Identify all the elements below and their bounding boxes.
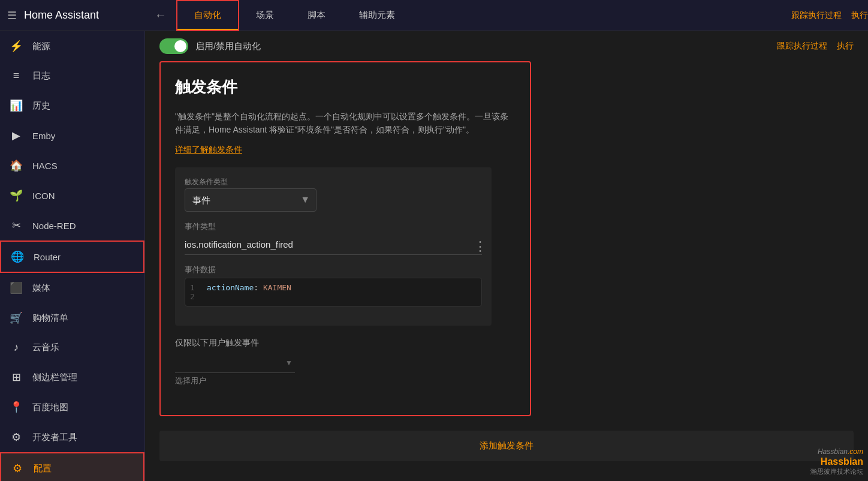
trigger-inner-card: 触发条件类型 事件 设备 状态 ▼ 事件类型 i bbox=[175, 167, 492, 326]
sidebar-label-devtools: 开发者工具 bbox=[32, 432, 77, 443]
trigger-title: 触发条件 bbox=[175, 77, 516, 98]
sidebar-label-history: 历史 bbox=[32, 100, 50, 112]
router-icon: 🌐 bbox=[11, 250, 24, 263]
tab-automation[interactable]: 自动化 bbox=[176, 0, 239, 31]
sidebar-item-sidebar-mgmt[interactable]: ⊞ 侧边栏管理 bbox=[0, 362, 144, 392]
sidebar-item-energy[interactable]: ⚡ 能源 bbox=[0, 31, 144, 61]
event-type-value[interactable]: ios.notification_action_fired bbox=[185, 235, 482, 255]
hamburger-icon[interactable]: ☰ bbox=[7, 9, 17, 22]
emby-icon: ▶ bbox=[10, 129, 23, 142]
track-execution-button[interactable]: 跟踪执行过程 bbox=[791, 10, 842, 21]
media-icon: ⬛ bbox=[10, 281, 23, 294]
sidebar-item-hacs[interactable]: 🏠 HACS bbox=[0, 151, 144, 181]
topbar-actions: 跟踪执行过程 执行 bbox=[791, 10, 868, 21]
trigger-description: "触发条件"是整个自动化流程的起点。一个自动化规则中可以设置多个触发条件。一旦该… bbox=[175, 110, 516, 137]
event-data-section: 事件数据 1 actionName: KAIMEN 2 bbox=[185, 264, 482, 306]
sidebar-item-node-red[interactable]: ✂ Node-RED bbox=[0, 211, 144, 240]
sidebar-item-emby[interactable]: ▶ Emby bbox=[0, 121, 144, 151]
user-placeholder: 选择用户 bbox=[175, 375, 516, 386]
log-icon: ≡ bbox=[10, 70, 23, 82]
code-content-2 bbox=[207, 292, 212, 301]
top-nav-left: ☰ Home Assistant bbox=[0, 9, 145, 22]
trigger-type-select-wrapper: 事件 设备 状态 ▼ bbox=[185, 188, 317, 212]
icon-icon: 🌱 bbox=[10, 189, 23, 202]
code-line-2: 2 bbox=[190, 292, 477, 301]
sidebar-label-shopping: 购物清单 bbox=[32, 312, 68, 324]
event-data-editor[interactable]: 1 actionName: KAIMEN 2 bbox=[185, 278, 482, 306]
line-number-2: 2 bbox=[190, 292, 200, 301]
sidebar-label-media: 媒体 bbox=[32, 282, 50, 294]
sidebar-item-shopping[interactable]: 🛒 购物清单 bbox=[0, 303, 144, 333]
config-icon: ⚙ bbox=[11, 462, 24, 475]
user-section: 仅限以下用户触发事件 ▼ 选择用户 bbox=[175, 338, 516, 386]
toggle-label: 启用/禁用自动化 bbox=[195, 41, 261, 52]
topbar-action-buttons: 跟踪执行过程 执行 bbox=[777, 41, 854, 52]
exec-button[interactable]: 执行 bbox=[837, 41, 854, 52]
event-type-section: 事件类型 ios.notification_action_fired bbox=[185, 221, 482, 255]
energy-icon: ⚡ bbox=[10, 40, 23, 53]
add-trigger-button[interactable]: 添加触发条件 bbox=[159, 431, 854, 461]
nav-tabs: 自动化 场景 脚本 辅助元素 bbox=[176, 0, 412, 31]
sidebar-label-emby: Emby bbox=[32, 131, 55, 141]
event-data-label: 事件数据 bbox=[185, 264, 482, 275]
main-layout: ⚡ 能源 ≡ 日志 📊 历史 ▶ Emby 🏠 HACS 🌱 ICON ✂ No… bbox=[0, 31, 868, 481]
sidebar-label-icon: ICON bbox=[32, 191, 55, 201]
sidebar-label-energy: 能源 bbox=[32, 41, 50, 52]
sidebar-label-config: 配置 bbox=[34, 463, 52, 474]
sidebar-item-log[interactable]: ≡ 日志 bbox=[0, 61, 144, 91]
trigger-type-field: 触发条件类型 事件 设备 状态 ▼ bbox=[185, 177, 482, 212]
automation-toggle[interactable] bbox=[159, 38, 188, 54]
sidebar-item-history[interactable]: 📊 历史 bbox=[0, 91, 144, 121]
watermark-sub: 瀚思彼岸技术论坛 bbox=[810, 467, 863, 476]
sidebar: ⚡ 能源 ≡ 日志 📊 历史 ▶ Emby 🏠 HACS 🌱 ICON ✂ No… bbox=[0, 31, 145, 481]
more-menu-button[interactable]: ⋮ bbox=[474, 239, 487, 254]
tab-helper[interactable]: 辅助元素 bbox=[342, 0, 412, 31]
main-content: 触发条件 "触发条件"是整个自动化流程的起点。一个自动化规则中可以设置多个触发条… bbox=[145, 61, 868, 481]
sidebar-label-log: 日志 bbox=[32, 70, 50, 82]
sidebar-item-config[interactable]: ⚙ 配置 bbox=[0, 452, 144, 481]
top-navigation: ☰ Home Assistant ← 自动化 场景 脚本 辅助元素 跟踪执行过程… bbox=[0, 0, 868, 31]
watermark-site: Hassbian bbox=[810, 456, 863, 467]
execute-button[interactable]: 执行 bbox=[851, 10, 868, 21]
track-button[interactable]: 跟踪执行过程 bbox=[777, 41, 827, 52]
sidebar-item-music[interactable]: ♪ 云音乐 bbox=[0, 333, 144, 362]
shopping-icon: 🛒 bbox=[10, 311, 23, 324]
sidebar-label-map: 百度地图 bbox=[32, 402, 68, 413]
music-icon: ♪ bbox=[10, 341, 23, 354]
trigger-learn-link[interactable]: 详细了解触发条件 bbox=[175, 145, 242, 155]
code-line-1: 1 actionName: KAIMEN bbox=[190, 283, 477, 292]
tab-scene[interactable]: 场景 bbox=[239, 0, 291, 31]
node-red-icon: ✂ bbox=[10, 219, 23, 232]
sidebar-label-music: 云音乐 bbox=[32, 342, 59, 353]
devtools-icon: ⚙ bbox=[10, 431, 23, 444]
app-title: Home Assistant bbox=[24, 9, 99, 22]
user-select[interactable] bbox=[175, 353, 295, 372]
sidebar-label-router: Router bbox=[34, 252, 61, 262]
hacs-icon: 🏠 bbox=[10, 159, 23, 172]
back-button[interactable]: ← bbox=[145, 0, 176, 31]
trigger-type-select[interactable]: 事件 设备 状态 bbox=[185, 189, 316, 211]
history-icon: 📊 bbox=[10, 99, 23, 112]
user-section-label: 仅限以下用户触发事件 bbox=[175, 338, 516, 348]
code-content-1: actionName: KAIMEN bbox=[207, 283, 291, 292]
sidebar-item-devtools[interactable]: ⚙ 开发者工具 bbox=[0, 422, 144, 452]
event-type-label: 事件类型 bbox=[185, 221, 482, 232]
sidebar-label-node-red: Node-RED bbox=[32, 221, 76, 231]
tab-script[interactable]: 脚本 bbox=[291, 0, 342, 31]
sidebar-item-media[interactable]: ⬛ 媒体 bbox=[0, 273, 144, 303]
line-number-1: 1 bbox=[190, 283, 200, 292]
user-select-wrapper: ▼ bbox=[175, 353, 295, 373]
sidebar-item-map[interactable]: 📍 百度地图 bbox=[0, 392, 144, 422]
content-area: 启用/禁用自动化 跟踪执行过程 执行 触发条件 "触发条件"是整个自动化流程的起… bbox=[145, 31, 868, 481]
watermark: Hassbian.com Hassbian 瀚思彼岸技术论坛 bbox=[810, 446, 863, 476]
sidebar-label-sidebar-mgmt: 侧边栏管理 bbox=[32, 372, 77, 383]
map-icon: 📍 bbox=[10, 401, 23, 414]
trigger-type-label: 触发条件类型 bbox=[185, 177, 482, 187]
trigger-section: 触发条件 "触发条件"是整个自动化流程的起点。一个自动化规则中可以设置多个触发条… bbox=[159, 61, 531, 416]
sidebar-label-hacs: HACS bbox=[32, 161, 58, 171]
sidebar-mgmt-icon: ⊞ bbox=[10, 371, 23, 384]
sidebar-item-router[interactable]: 🌐 Router bbox=[0, 240, 144, 273]
sidebar-item-icon[interactable]: 🌱 ICON bbox=[0, 181, 144, 211]
content-topbar: 启用/禁用自动化 跟踪执行过程 执行 bbox=[145, 31, 868, 61]
